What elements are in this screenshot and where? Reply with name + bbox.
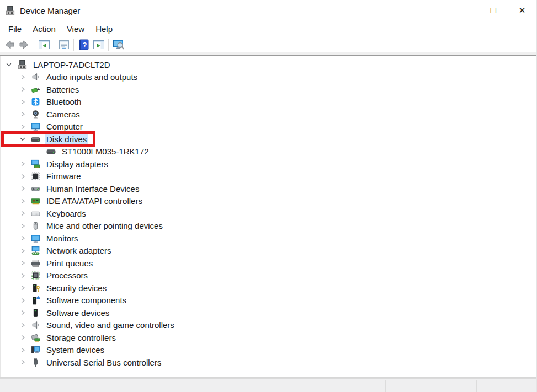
tree-item-label[interactable]: Mice and other pointing devices xyxy=(45,221,164,231)
tree-item-label[interactable]: Disk drives xyxy=(45,134,88,144)
chevron-right-icon[interactable] xyxy=(19,284,26,291)
chevron-down-icon[interactable] xyxy=(19,136,26,142)
minimize-button[interactable]: – xyxy=(450,0,479,21)
chevron-right-icon[interactable] xyxy=(19,359,26,366)
scan-hardware-icon xyxy=(113,39,125,51)
tree-item-computer[interactable]: Computer xyxy=(1,121,536,133)
tree-item-label[interactable]: Software devices xyxy=(45,308,111,318)
chevron-right-icon[interactable] xyxy=(19,272,26,279)
chevron-right-icon[interactable] xyxy=(19,223,26,229)
tree-item-print-queues[interactable]: Print queues xyxy=(1,257,536,270)
menu-help[interactable]: Help xyxy=(90,23,118,35)
tree-item-storage-controllers[interactable]: Storage controllers xyxy=(1,331,536,344)
tree-item-label[interactable]: Universal Serial Bus controllers xyxy=(45,357,163,368)
chevron-right-icon[interactable] xyxy=(19,123,26,130)
tree-item-keyboards[interactable]: Keyboards xyxy=(1,207,536,220)
tree-item-system-devices[interactable]: System devices xyxy=(1,344,536,357)
window-title: Device Manager xyxy=(20,6,80,15)
chevron-right-icon[interactable] xyxy=(19,111,26,117)
tree-item-network-adapters[interactable]: Network adapters xyxy=(1,245,536,257)
tree-item-security-devices[interactable]: Security devices xyxy=(1,282,536,294)
chevron-right-icon[interactable] xyxy=(19,322,26,329)
tree-item-mice[interactable]: Mice and other pointing devices xyxy=(1,220,536,233)
tree-item-label[interactable]: Keyboards xyxy=(45,208,88,219)
tree-item-label[interactable]: IDE ATA/ATAPI controllers xyxy=(45,196,144,206)
help-book-icon xyxy=(78,39,90,51)
speaker-icon xyxy=(31,320,40,330)
tree-item-label[interactable]: Human Interface Devices xyxy=(45,184,141,194)
tree-item-label[interactable]: Sound, video and game controllers xyxy=(45,320,176,330)
chevron-right-icon[interactable] xyxy=(19,160,26,167)
tree-item-disk-drives[interactable]: Disk drives xyxy=(1,133,536,146)
tree-item-software-devices[interactable]: Software devices xyxy=(1,307,536,319)
chevron-right-icon[interactable] xyxy=(19,347,26,353)
tree-item-firmware[interactable]: Firmware xyxy=(1,170,536,183)
help-button[interactable] xyxy=(76,37,91,52)
system-device-icon xyxy=(31,345,40,355)
tree-item-label[interactable]: Cameras xyxy=(45,109,82,120)
chevron-right-icon[interactable] xyxy=(19,210,26,217)
tree-item-label[interactable]: Network adapters xyxy=(45,245,113,256)
tree-item-label[interactable]: ST1000LM035-1RK172 xyxy=(60,146,151,157)
bottom-bar xyxy=(0,378,536,392)
tree-item-label[interactable]: System devices xyxy=(45,345,106,355)
maximize-button[interactable]: □ xyxy=(479,0,508,21)
tree-item-computer-root[interactable]: LAPTOP-7ADCLT2D xyxy=(1,58,536,71)
tree-item-display-adapters[interactable]: Display adapters xyxy=(1,158,536,170)
chevron-right-icon[interactable] xyxy=(19,309,26,316)
tree-item-label[interactable]: Print queues xyxy=(45,258,94,269)
tree-item-cameras[interactable]: Cameras xyxy=(1,108,536,121)
chevron-right-icon[interactable] xyxy=(19,173,26,180)
software-component-icon xyxy=(31,296,40,305)
properties-button[interactable] xyxy=(56,37,71,52)
tree-item-label[interactable]: Bluetooth xyxy=(45,96,83,107)
tree-item-st1000lm035[interactable]: ST1000LM035-1RK172 xyxy=(1,146,536,158)
tree-item-usb-controllers[interactable]: Universal Serial Bus controllers xyxy=(1,356,536,369)
show-hide-action-pane-button[interactable] xyxy=(91,37,106,52)
back-button[interactable] xyxy=(2,37,17,52)
menu-file[interactable]: File xyxy=(3,23,27,35)
chevron-right-icon[interactable] xyxy=(19,86,26,93)
chevron-right-icon[interactable] xyxy=(19,334,26,341)
close-button[interactable]: ✕ xyxy=(508,0,536,21)
tree-item-label[interactable]: Security devices xyxy=(45,283,108,293)
chevron-down-icon[interactable] xyxy=(6,61,12,68)
forward-button[interactable] xyxy=(17,37,31,52)
tree-item-sound-video-game[interactable]: Sound, video and game controllers xyxy=(1,319,536,332)
tree-item-label[interactable]: Display adapters xyxy=(45,159,110,169)
chevron-right-icon[interactable] xyxy=(19,235,26,241)
tree-item-label[interactable]: Storage controllers xyxy=(45,332,118,343)
tree-item-processors[interactable]: Processors xyxy=(1,270,536,282)
firmware-chip-icon xyxy=(31,171,40,181)
menu-view[interactable]: View xyxy=(61,23,90,35)
tree-item-label[interactable]: Software components xyxy=(45,295,128,305)
show-hide-console-tree-button[interactable] xyxy=(36,37,51,52)
tree-item-label[interactable]: Monitors xyxy=(45,233,80,244)
chevron-right-icon[interactable] xyxy=(19,260,26,266)
scan-for-hardware-changes-button[interactable] xyxy=(111,37,126,52)
tree-item-bluetooth[interactable]: Bluetooth xyxy=(1,96,536,109)
tree-item-monitors[interactable]: Monitors xyxy=(1,232,536,245)
tree-item-human-interface-devices[interactable]: Human Interface Devices xyxy=(1,182,536,195)
chevron-right-icon[interactable] xyxy=(19,248,26,254)
tree-item-label[interactable]: Processors xyxy=(45,270,89,281)
chevron-right-icon[interactable] xyxy=(19,74,26,80)
chevron-right-icon[interactable] xyxy=(19,99,26,105)
tree-item-audio-inputs-outputs[interactable]: Audio inputs and outputs xyxy=(1,71,536,84)
disk-drive-icon xyxy=(31,135,40,144)
tree-item-batteries[interactable]: Batteries xyxy=(1,83,536,96)
tree-item-label[interactable]: Firmware xyxy=(45,171,83,181)
toolbar-separator xyxy=(73,39,74,51)
camera-icon xyxy=(31,110,40,119)
menu-action[interactable]: Action xyxy=(27,23,61,35)
chevron-right-icon[interactable] xyxy=(19,185,26,192)
tree-item-software-components[interactable]: Software components xyxy=(1,294,536,307)
tree-item-label[interactable]: Batteries xyxy=(45,84,81,95)
arrow-left-icon xyxy=(3,39,15,51)
tree-item-ide-controllers[interactable]: IDE ATA/ATAPI controllers xyxy=(1,195,536,208)
chevron-right-icon[interactable] xyxy=(19,198,26,205)
chevron-right-icon[interactable] xyxy=(19,297,26,304)
tree-item-label[interactable]: LAPTOP-7ADCLT2D xyxy=(31,60,112,70)
tree-item-label[interactable]: Computer xyxy=(45,121,84,132)
tree-item-label[interactable]: Audio inputs and outputs xyxy=(45,72,139,82)
